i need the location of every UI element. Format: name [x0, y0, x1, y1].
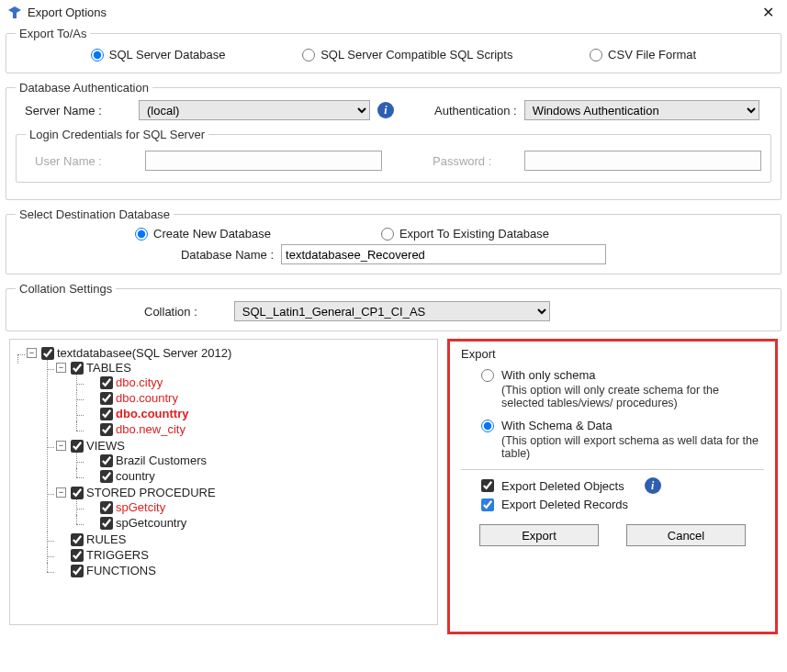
dest-db-legend: Select Destination Database: [16, 207, 174, 221]
db-name-label: Database Name :: [181, 248, 274, 262]
export-to-legend: Export To/As: [16, 27, 90, 40]
db-auth-legend: Database Authentication: [16, 81, 152, 95]
tree-node-label[interactable]: FUNCTIONS: [86, 564, 156, 577]
tree-node-label[interactable]: VIEWS: [86, 439, 125, 453]
tree-checkbox[interactable]: [100, 517, 113, 530]
tree-checkbox[interactable]: [71, 549, 84, 562]
login-creds-group: Login Credentials for SQL Server User Na…: [16, 128, 771, 183]
login-creds-legend: Login Credentials for SQL Server: [26, 128, 208, 141]
tree-checkbox[interactable]: [100, 392, 113, 405]
password-label: Password :: [433, 154, 515, 168]
tree-expander-icon[interactable]: −: [56, 363, 66, 373]
radio-schema-data[interactable]: With Schema & Data: [481, 419, 764, 432]
tree-node-label[interactable]: STORED PROCEDURE: [86, 486, 216, 499]
export-panel-title: Export: [461, 347, 764, 361]
tree-node-label[interactable]: dbo.new_city: [116, 422, 186, 436]
radio-sql-scripts[interactable]: SQL Server Compatible SQL Scripts: [302, 48, 512, 62]
checkbox-deleted-records[interactable]: Export Deleted Records: [481, 498, 764, 511]
tree-checkbox[interactable]: [41, 347, 54, 360]
tree-node-label[interactable]: spGetcity: [116, 500, 165, 514]
db-name-input[interactable]: [281, 244, 606, 264]
tree-checkbox[interactable]: [71, 362, 84, 375]
info-icon[interactable]: i: [377, 102, 394, 118]
tree-node-label[interactable]: TRIGGERS: [86, 548, 149, 562]
svg-rect-1: [13, 13, 17, 18]
server-name-select[interactable]: (local): [139, 100, 370, 120]
tree-node-label[interactable]: textdatabasee(SQL Server 2012): [57, 346, 231, 360]
export-to-group: Export To/As SQL Server Database SQL Ser…: [6, 27, 781, 73]
tree-checkbox[interactable]: [71, 440, 84, 453]
password-input: [524, 151, 761, 171]
db-auth-group: Database Authentication Server Name : (l…: [6, 81, 781, 200]
tree-node-label[interactable]: dbo.cityy: [116, 375, 163, 389]
tree-checkbox[interactable]: [71, 533, 84, 546]
tree-checkbox[interactable]: [100, 501, 113, 514]
tree-node-label[interactable]: TABLES: [86, 361, 131, 375]
divider: [461, 469, 764, 470]
object-tree[interactable]: −textdatabasee(SQL Server 2012)−TABLESdb…: [9, 339, 438, 625]
tree-node-label[interactable]: country: [116, 469, 155, 483]
collation-label: Collation :: [144, 305, 197, 319]
schema-only-desc: (This option will only create schema for…: [501, 384, 764, 409]
export-panel: Export With only schema (This option wil…: [447, 339, 778, 634]
collation-group: Collation Settings Collation : SQL_Latin…: [6, 282, 781, 331]
auth-label: Authentication :: [434, 104, 517, 118]
svg-marker-0: [8, 6, 21, 14]
window-title: Export Options: [28, 6, 757, 19]
collation-legend: Collation Settings: [16, 282, 116, 296]
cancel-button[interactable]: Cancel: [626, 524, 746, 546]
username-label: User Name :: [35, 154, 136, 168]
radio-schema-only[interactable]: With only schema: [481, 368, 764, 382]
checkbox-deleted-objects[interactable]: Export Deleted Objects i: [481, 477, 764, 494]
tree-checkbox[interactable]: [100, 470, 113, 483]
tree-node-label[interactable]: RULES: [86, 532, 126, 546]
tree-expander-icon[interactable]: −: [56, 441, 66, 451]
collation-select[interactable]: SQL_Latin1_General_CP1_CI_AS: [234, 301, 550, 321]
tree-node-label[interactable]: dbo.country: [116, 391, 178, 405]
dest-db-group: Select Destination Database Create New D…: [6, 207, 781, 274]
tree-node-label[interactable]: Brazil Customers: [116, 454, 207, 467]
auth-select[interactable]: Windows Authentication: [524, 100, 759, 120]
username-input: [145, 151, 382, 171]
radio-csv[interactable]: CSV File Format: [590, 48, 696, 62]
tree-node-label[interactable]: spGetcountry: [116, 516, 186, 530]
server-name-label: Server Name :: [25, 104, 131, 118]
schema-data-desc: (This option will export schema as well …: [501, 434, 764, 460]
tree-checkbox[interactable]: [71, 565, 84, 577]
tree-checkbox[interactable]: [71, 487, 84, 499]
tree-checkbox[interactable]: [100, 376, 113, 389]
radio-sql-server-db[interactable]: SQL Server Database: [91, 48, 226, 62]
radio-create-db[interactable]: Create New Database: [135, 227, 271, 241]
app-icon: [7, 6, 22, 20]
info-icon[interactable]: i: [645, 477, 661, 494]
tree-checkbox[interactable]: [100, 408, 113, 420]
tree-node-label[interactable]: dbo.counttry: [116, 407, 188, 420]
export-button[interactable]: Export: [479, 524, 599, 546]
radio-existing-db[interactable]: Export To Existing Database: [381, 227, 549, 241]
tree-checkbox[interactable]: [100, 454, 113, 467]
titlebar: Export Options ✕: [0, 0, 787, 25]
tree-checkbox[interactable]: [100, 423, 113, 436]
tree-expander-icon[interactable]: −: [27, 348, 37, 358]
close-icon[interactable]: ✕: [757, 4, 780, 21]
tree-expander-icon[interactable]: −: [56, 487, 66, 498]
